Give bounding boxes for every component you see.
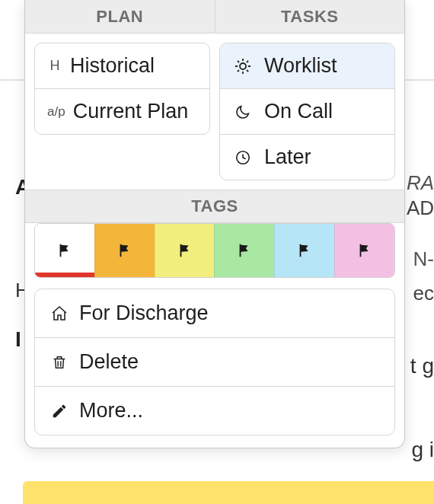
plan-item-label: Historical [70, 54, 155, 78]
plan-column: H Historical a/p Current Plan [34, 43, 210, 135]
sun-icon [232, 57, 254, 75]
tasks-header: TASKS [215, 0, 405, 33]
plan-item-historical[interactable]: H Historical [35, 43, 209, 88]
action-label: For Discharge [79, 301, 209, 325]
svg-point-0 [240, 63, 246, 69]
flag-color-yellow[interactable] [155, 224, 215, 277]
tasks-item-label: On Call [264, 100, 333, 123]
tasks-item-label: Later [264, 145, 311, 169]
tasks-item-label: Worklist [264, 54, 337, 78]
bg-text: ec [413, 282, 434, 305]
popover-header-row: PLAN TASKS [25, 0, 404, 33]
moon-icon [232, 104, 254, 120]
action-label: Delete [79, 350, 139, 374]
action-label: More... [79, 399, 143, 423]
plan-tasks-tags-popover: PLAN TASKS H Historical a/p Current Plan [24, 0, 405, 448]
bg-text: RA [407, 171, 434, 195]
action-more[interactable]: More... [35, 386, 394, 435]
flag-color-green[interactable] [214, 224, 274, 277]
bg-highlight-bar [23, 481, 434, 504]
action-delete[interactable]: Delete [35, 337, 394, 386]
plan-item-prefix: H [47, 58, 62, 74]
bg-text: AD [407, 196, 434, 220]
clock-icon [232, 149, 254, 166]
bg-text: I [15, 327, 21, 352]
tags-body: For Discharge Delete More... [25, 223, 404, 448]
tasks-item-on-call[interactable]: On Call [220, 88, 394, 134]
tasks-item-later[interactable]: Later [220, 134, 394, 180]
svg-line-6 [247, 70, 248, 72]
flag-color-blue[interactable] [274, 224, 334, 277]
plan-item-prefix: a/p [47, 104, 65, 120]
flag-color-row [34, 223, 395, 278]
bg-text: N- [413, 247, 434, 271]
svg-line-5 [238, 60, 239, 62]
tasks-column: Worklist On Call L [219, 43, 395, 180]
flag-color-white[interactable] [35, 224, 94, 277]
home-icon [49, 305, 70, 323]
plan-header: PLAN [25, 0, 215, 33]
trash-icon [49, 354, 70, 371]
flag-color-pink[interactable] [334, 224, 394, 277]
tasks-list: Worklist On Call L [219, 43, 395, 180]
plan-list: H Historical a/p Current Plan [34, 43, 210, 135]
svg-line-7 [238, 70, 239, 72]
flag-color-orange[interactable] [94, 224, 155, 277]
bg-text: t g [410, 354, 434, 378]
pencil-icon [49, 403, 70, 419]
plan-item-label: Current Plan [73, 100, 189, 123]
tags-header: TAGS [25, 190, 404, 223]
action-for-discharge[interactable]: For Discharge [35, 289, 394, 337]
plan-item-current-plan[interactable]: a/p Current Plan [35, 88, 209, 134]
bg-text: g i [411, 438, 434, 462]
svg-line-8 [247, 60, 248, 62]
plan-tasks-columns: H Historical a/p Current Plan [25, 33, 404, 190]
tasks-item-worklist[interactable]: Worklist [220, 43, 394, 88]
tag-action-list: For Discharge Delete More... [34, 289, 395, 435]
